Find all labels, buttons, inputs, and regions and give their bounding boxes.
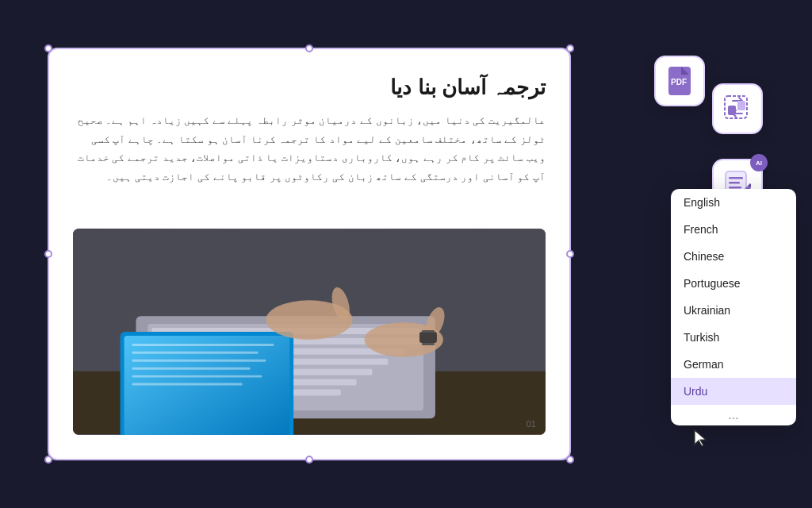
laptop-svg (73, 229, 546, 435)
svg-rect-13 (132, 344, 274, 346)
pdf-document-icon: PDF (667, 66, 692, 96)
svg-rect-15 (132, 360, 266, 362)
language-option-portuguese[interactable]: Portuguese (671, 270, 796, 297)
language-option-more[interactable]: ... (671, 405, 796, 425)
language-option-turkish[interactable]: Turkish (671, 324, 796, 351)
resize-handle-bl[interactable] (44, 456, 52, 464)
language-option-english[interactable]: English (671, 189, 796, 216)
svg-rect-14 (132, 352, 259, 354)
svg-rect-16 (132, 368, 251, 370)
language-option-chinese[interactable]: Chinese (671, 243, 796, 270)
page-number: 01 (527, 419, 536, 429)
slide-title: ترجمہ آسان بنا دیا (73, 73, 546, 102)
laptop-photo (73, 229, 546, 435)
resize-handle-mb[interactable] (305, 456, 313, 464)
language-option-french[interactable]: French (671, 216, 796, 243)
slide-card: ترجمہ آسان بنا دیا عالمگیریت کی دنیا میں… (48, 48, 571, 460)
language-option-german[interactable]: German (671, 351, 796, 378)
ai-badge: AI (750, 154, 768, 171)
svg-rect-29 (728, 106, 736, 115)
resize-handle-br[interactable] (566, 456, 574, 464)
language-option-urdu[interactable]: Urdu (671, 378, 796, 405)
svg-rect-18 (132, 383, 243, 386)
svg-rect-32 (729, 177, 743, 179)
cursor (693, 429, 709, 451)
text-section: ترجمہ آسان بنا دیا عالمگیریت کی دنیا میں… (73, 73, 546, 213)
svg-rect-33 (729, 182, 740, 184)
svg-rect-17 (132, 375, 262, 378)
language-option-ukrainian[interactable]: Ukrainian (671, 297, 796, 324)
svg-rect-30 (737, 101, 745, 110)
svg-rect-25 (422, 343, 435, 345)
resize-handle-ml[interactable] (44, 250, 52, 258)
pdf-icon-button[interactable]: PDF (654, 56, 705, 106)
svg-rect-24 (422, 330, 435, 333)
svg-rect-23 (419, 332, 437, 343)
language-dropdown[interactable]: English French Chinese Portuguese Ukrain… (671, 189, 796, 425)
resize-handle-tl[interactable] (44, 44, 52, 52)
resize-handle-mr[interactable] (566, 250, 574, 258)
slide-body: عالمگیریت کی دنیا میں، زبانوں کے درمیان … (73, 111, 546, 186)
resize-handle-tr[interactable] (566, 44, 574, 52)
svg-text:PDF: PDF (671, 78, 687, 87)
content-area: ترجمہ آسان بنا دیا عالمگیریت کی دنیا میں… (73, 73, 546, 213)
transfer-icon-button[interactable] (712, 83, 763, 134)
slide-image: 01 (73, 229, 546, 435)
transfer-svg-icon (723, 94, 752, 123)
resize-handle-mt[interactable] (305, 44, 313, 52)
